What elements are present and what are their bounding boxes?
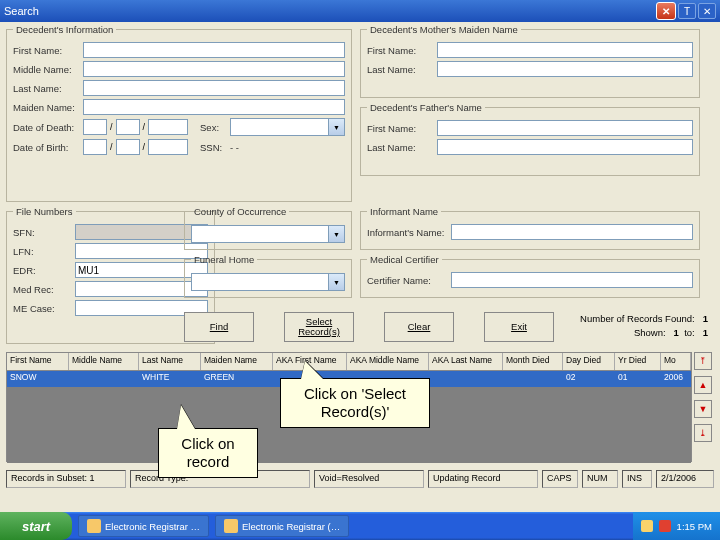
clock: 1:15 PM — [677, 521, 712, 532]
scroll-bottom-button[interactable]: ⤓ — [694, 424, 712, 442]
sex-combo[interactable]: ▼ — [230, 118, 345, 136]
titlebar: Search ✕ T ✕ — [0, 0, 720, 22]
maiden-name-label: Maiden Name: — [13, 102, 83, 113]
callout-click-record: Click on record — [158, 428, 258, 478]
informant-legend: Informant Name — [367, 206, 441, 217]
lfn-label: LFN: — [13, 246, 75, 257]
status-void: Void=Resolved — [314, 470, 424, 488]
aux-button-1[interactable]: T — [678, 3, 696, 19]
dod-mm[interactable] — [83, 119, 107, 135]
county-combo[interactable]: ▼ — [191, 225, 345, 243]
sfn-label: SFN: — [13, 227, 75, 238]
dod-dd[interactable] — [116, 119, 140, 135]
mother-last-label: Last Name: — [367, 64, 437, 75]
certifier-label: Certifier Name: — [367, 275, 451, 286]
grid-col-header[interactable]: Mo — [661, 353, 691, 370]
find-button[interactable]: Find — [184, 312, 254, 342]
close-button[interactable]: ✕ — [656, 2, 676, 20]
medrec-label: Med Rec: — [13, 284, 75, 295]
informant-input[interactable] — [451, 224, 693, 240]
medical-legend: Medical Certifier — [367, 254, 442, 265]
chevron-down-icon: ▼ — [328, 119, 344, 135]
exit-button[interactable]: Exit — [484, 312, 554, 342]
grid-cell — [69, 371, 139, 387]
ssn-label: SSN: — [200, 142, 230, 153]
grid-col-header[interactable]: Month Died — [503, 353, 563, 370]
grid-cell — [429, 371, 503, 387]
last-name-label: Last Name: — [13, 83, 83, 94]
scroll-down-button[interactable]: ▼ — [694, 400, 712, 418]
father-last-input[interactable] — [437, 139, 693, 155]
chevron-down-icon: ▼ — [328, 226, 344, 242]
search-form: Decedent's Information First Name: Middl… — [0, 22, 720, 512]
decedent-info-group: Decedent's Information First Name: Middl… — [6, 24, 352, 202]
system-tray: 1:15 PM — [633, 512, 720, 540]
status-subset: Records in Subset: 1 — [6, 470, 126, 488]
mother-group: Decedent's Mother's Maiden Name First Na… — [360, 24, 700, 98]
mother-last-input[interactable] — [437, 61, 693, 77]
funeral-group: Funeral Home ▼ — [184, 254, 352, 298]
father-first-input[interactable] — [437, 120, 693, 136]
certifier-input[interactable] — [451, 272, 693, 288]
dod-label: Date of Death: — [13, 122, 83, 133]
select-records-button[interactable]: Select Record(s) — [284, 312, 354, 342]
father-legend: Decedent's Father's Name — [367, 102, 485, 113]
mother-first-input[interactable] — [437, 42, 693, 58]
edr-label: EDR: — [13, 265, 75, 276]
tray-icon[interactable] — [641, 520, 653, 532]
sex-label: Sex: — [200, 122, 230, 133]
maiden-name-input[interactable] — [83, 99, 345, 115]
grid-col-header[interactable]: AKA Middle Name — [347, 353, 429, 370]
status-caps: CAPS — [542, 470, 578, 488]
tray-icon[interactable] — [659, 520, 671, 532]
taskbar-app-2[interactable]: Electronic Registrar (… — [215, 515, 349, 537]
grid-col-header[interactable]: Last Name — [139, 353, 201, 370]
status-num: NUM — [582, 470, 618, 488]
scroll-up-button[interactable]: ▲ — [694, 376, 712, 394]
chevron-down-icon: ▼ — [328, 274, 344, 290]
county-legend: County of Occurrence — [191, 206, 289, 217]
grid-col-header[interactable]: Yr Died — [615, 353, 661, 370]
funeral-combo[interactable]: ▼ — [191, 273, 345, 291]
status-updating: Updating Record — [428, 470, 538, 488]
county-group: County of Occurrence ▼ — [184, 206, 352, 250]
grid-col-header[interactable]: Middle Name — [69, 353, 139, 370]
grid-cell: WHITE — [139, 371, 201, 387]
grid-col-header[interactable]: Day Died — [563, 353, 615, 370]
ssn-sep: - - — [230, 142, 239, 153]
dob-dd[interactable] — [116, 139, 140, 155]
father-first-label: First Name: — [367, 123, 437, 134]
status-date: 2/1/2006 — [656, 470, 714, 488]
middle-name-input[interactable] — [83, 61, 345, 77]
grid-col-header[interactable]: First Name — [7, 353, 69, 370]
grid-header: First NameMiddle NameLast NameMaiden Nam… — [7, 353, 691, 371]
aux-button-2[interactable]: ✕ — [698, 3, 716, 19]
status-ins: INS — [622, 470, 652, 488]
father-group: Decedent's Father's Name First Name: Las… — [360, 102, 700, 176]
informant-label: Informant's Name: — [367, 227, 451, 238]
grid-scroll-buttons: ⤒ ▲ ▼ ⤓ — [694, 352, 712, 442]
app-icon — [87, 519, 101, 533]
grid-col-header[interactable]: Maiden Name — [201, 353, 273, 370]
first-name-input[interactable] — [83, 42, 345, 58]
father-last-label: Last Name: — [367, 142, 437, 153]
dob-yyyy[interactable] — [148, 139, 188, 155]
grid-cell: 01 — [615, 371, 661, 387]
dob-mm[interactable] — [83, 139, 107, 155]
start-button[interactable]: start — [0, 512, 72, 540]
dod-yyyy[interactable] — [148, 119, 188, 135]
grid-col-header[interactable]: AKA Last Name — [429, 353, 503, 370]
first-name-label: First Name: — [13, 45, 83, 56]
funeral-legend: Funeral Home — [191, 254, 257, 265]
clear-button[interactable]: Clear — [384, 312, 454, 342]
scroll-top-button[interactable]: ⤒ — [694, 352, 712, 370]
status-bar: Records in Subset: 1 Record Type: Void=R… — [6, 470, 714, 488]
grid-cell: SNOW — [7, 371, 69, 387]
stats: Number of Records Found:1 Shown:1 to:1 — [580, 310, 708, 341]
grid-cell: 02 — [563, 371, 615, 387]
last-name-input[interactable] — [83, 80, 345, 96]
middle-name-label: Middle Name: — [13, 64, 83, 75]
grid-cell: GREEN — [201, 371, 273, 387]
taskbar: start Electronic Registrar … Electronic … — [0, 512, 720, 540]
taskbar-app-1[interactable]: Electronic Registrar … — [78, 515, 209, 537]
